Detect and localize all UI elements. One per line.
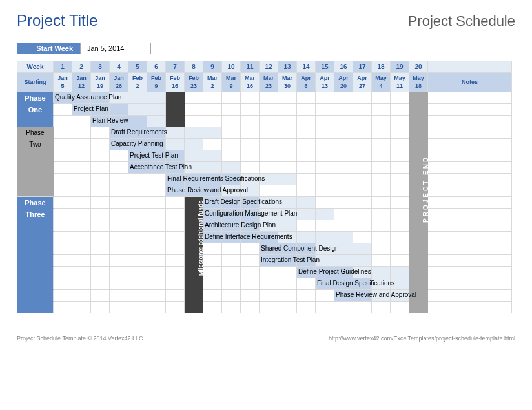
week-num: 15: [316, 61, 334, 73]
gantt-cell: [72, 278, 91, 290]
gantt-cell: [91, 150, 110, 162]
gantt-cell: [222, 290, 241, 302]
notes-cell[interactable]: [428, 290, 512, 302]
task-label: Draft Design Specifications: [205, 198, 282, 205]
task-label: Phase Review and Approval: [167, 187, 248, 194]
gantt-cell: [128, 255, 147, 267]
notes-cell[interactable]: [428, 220, 512, 232]
gantt-cell: [147, 243, 166, 255]
week-date: Mar30: [278, 73, 297, 92]
gantt-cell: [147, 92, 166, 104]
notes-cell[interactable]: [428, 267, 512, 278]
gantt-cell: [166, 116, 185, 127]
notes-cell[interactable]: [428, 116, 512, 127]
gantt-cell: [391, 220, 409, 232]
gantt-cell: [54, 255, 72, 267]
gantt-cell: [54, 220, 72, 232]
gantt-cell: [147, 197, 166, 209]
notes-cell[interactable]: [428, 197, 512, 209]
notes-cell[interactable]: [428, 162, 512, 174]
week-date: Mar16: [241, 73, 260, 92]
gantt-cell: [391, 185, 409, 197]
notes-cell[interactable]: [428, 243, 512, 255]
gantt-cell: [185, 92, 203, 104]
gantt-cell: [91, 243, 110, 255]
start-week-label: Start Week: [17, 43, 80, 54]
gantt-cell: [166, 92, 185, 104]
gantt-cell: [72, 197, 91, 209]
gantt-cell: [91, 139, 110, 150]
task-label: Define Project Guidelines: [298, 268, 371, 275]
gantt-cell: [185, 127, 203, 139]
gantt-cell: [54, 197, 72, 209]
week-date: May11: [391, 73, 409, 92]
gantt-cell: [110, 150, 128, 162]
gantt-cell: [222, 302, 241, 313]
gantt-cell: [409, 302, 428, 313]
gantt-cell: [110, 104, 128, 116]
week-date: Feb23: [185, 73, 203, 92]
notes-cell[interactable]: [428, 92, 512, 104]
week-date: Apr13: [316, 73, 334, 92]
gantt-cell: [391, 116, 409, 127]
gantt-cell: [391, 232, 409, 243]
notes-cell[interactable]: [428, 104, 512, 116]
week-num: 11: [241, 61, 260, 73]
week-header: Week: [17, 61, 54, 73]
gantt-cell: [185, 278, 203, 290]
task-label: Configuration Management Plan: [205, 210, 297, 217]
notes-cell[interactable]: [428, 255, 512, 267]
gantt-cell: [409, 232, 428, 243]
gantt-cell: [278, 162, 297, 174]
gantt-cell: [372, 139, 391, 150]
gantt-cell: [128, 232, 147, 243]
gantt-cell: [166, 267, 185, 278]
gantt-cell: [391, 92, 409, 104]
notes-cell[interactable]: [428, 150, 512, 162]
gantt-cell: [128, 290, 147, 302]
gantt-cell: [409, 255, 428, 267]
gantt-cell: [278, 267, 297, 278]
gantt-cell: [110, 209, 128, 220]
gantt-cell: Milestone: additional funds: [185, 197, 203, 209]
notes-cell[interactable]: [428, 302, 512, 313]
gantt-cell: [391, 162, 409, 174]
notes-cell[interactable]: [428, 209, 512, 220]
gantt-cell: [260, 290, 278, 302]
notes-cell[interactable]: [428, 127, 512, 139]
notes-cell[interactable]: [428, 185, 512, 197]
gantt-cell: [91, 162, 110, 174]
week-num: 20: [409, 61, 428, 73]
week-date: Feb16: [166, 73, 185, 92]
phase-label: [17, 162, 54, 174]
phase-label: [17, 267, 54, 278]
gantt-cell: [110, 162, 128, 174]
week-date: Jan5: [54, 73, 72, 92]
gantt-cell: [334, 127, 353, 139]
gantt-cell: [372, 127, 391, 139]
gantt-cell: [166, 232, 185, 243]
gantt-cell: Draft Design Specifications: [203, 197, 222, 209]
phase-label: Phase: [17, 197, 54, 209]
gantt-cell: Configuration Management Plan: [203, 209, 222, 220]
notes-cell[interactable]: [428, 278, 512, 290]
notes-cell[interactable]: [428, 139, 512, 150]
gantt-cell: [353, 185, 372, 197]
notes-cell[interactable]: [428, 174, 512, 185]
phase-label: [17, 278, 54, 290]
gantt-cell: [91, 232, 110, 243]
gantt-cell: [110, 174, 128, 185]
gantt-cell: [54, 232, 72, 243]
gantt-cell: [316, 197, 334, 209]
gantt-cell: [260, 116, 278, 127]
gantt-cell: Project Plan: [72, 104, 91, 116]
start-week-value[interactable]: Jan 5, 2014: [80, 43, 151, 54]
gantt-cell: Shared Component Design: [260, 243, 278, 255]
gantt-cell: [128, 197, 147, 209]
gantt-cell: [372, 243, 391, 255]
notes-cell[interactable]: [428, 232, 512, 243]
phase-label: [17, 150, 54, 162]
gantt-cell: [222, 104, 241, 116]
footer-link[interactable]: http://www.vertex42.com/ExcelTemplates/p…: [329, 335, 515, 342]
gantt-cell: [110, 197, 128, 209]
